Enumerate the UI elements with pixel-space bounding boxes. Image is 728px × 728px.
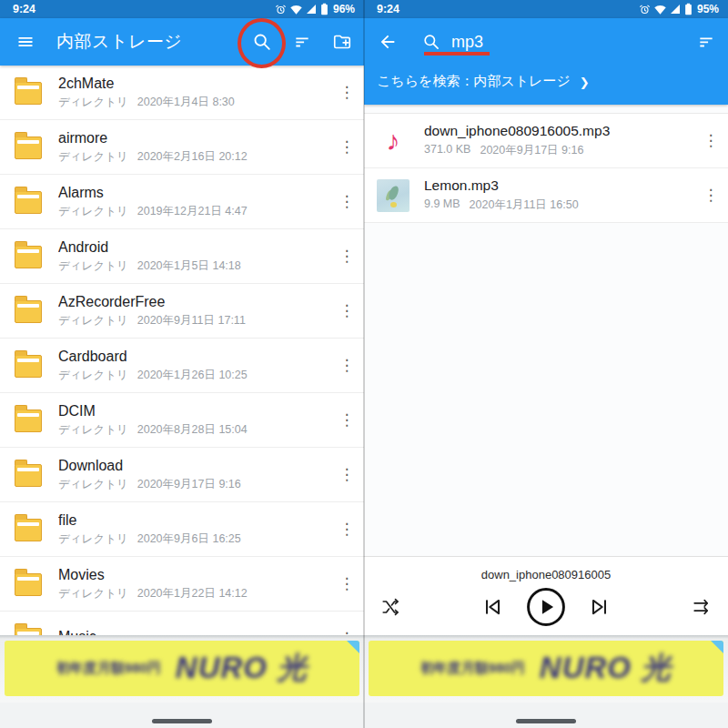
previous-button[interactable] (480, 595, 504, 619)
search-scope-label: こちらを検索：内部ストレージ (377, 73, 571, 90)
more-options-button[interactable]: ⋮ (339, 191, 355, 213)
status-bar: 9:24 96% (0, 0, 364, 18)
gesture-nav-bar (364, 703, 728, 728)
more-options-button[interactable]: ⋮ (339, 136, 355, 158)
file-row[interactable]: Download ディレクトリ2020年9月17日 9:16 ⋮ (0, 448, 364, 502)
more-options-button[interactable]: ⋮ (703, 185, 719, 207)
back-button[interactable] (377, 31, 399, 53)
result-row[interactable]: ♪ down_iphone080916005.mp3 371.0 KB2020年… (364, 113, 728, 167)
file-row[interactable]: file ディレクトリ2020年9月6日 16:25 ⋮ (0, 502, 364, 557)
folder-icon (15, 573, 42, 596)
more-options-button[interactable]: ⋮ (339, 464, 355, 486)
battery-icon (684, 3, 693, 15)
search-results-list: ♪ down_iphone080916005.mp3 371.0 KB2020年… (364, 105, 728, 223)
folder-icon (15, 410, 42, 432)
folder-icon (15, 300, 42, 323)
file-row[interactable]: DCIM ディレクトリ2020年8月28日 15:04 ⋮ (0, 393, 364, 448)
file-row[interactable]: airmore ディレクトリ2020年2月16日 20:12 ⋮ (0, 120, 364, 175)
more-options-button[interactable]: ⋮ (339, 300, 355, 322)
ad-brand-text: NURO 光 (176, 648, 308, 689)
file-meta: ディレクトリ2020年1月26日 10:25 (58, 368, 339, 383)
mini-player: down_iphone080916005 (364, 556, 728, 635)
annotation-underline (424, 52, 490, 56)
more-options-button[interactable]: ⋮ (339, 573, 355, 595)
ad-brand-text: NURO 光 (540, 648, 672, 689)
more-options-button[interactable]: ⋮ (339, 355, 355, 377)
ad-price-text: 初年度月額980円 (56, 660, 161, 677)
folder-icon (15, 464, 42, 487)
file-meta: 9.9 MB2020年1月11日 16:50 (424, 197, 703, 213)
clock: 9:24 (13, 3, 35, 15)
file-meta: ディレクトリ2020年8月28日 15:04 (58, 422, 339, 438)
folder-icon (15, 136, 42, 159)
file-name: airmore (58, 129, 339, 147)
file-row[interactable]: Cardboard ディレクトリ2020年1月26日 10:25 ⋮ (0, 339, 364, 393)
home-handle[interactable] (516, 719, 576, 723)
search-scope-bar[interactable]: こちらを検索：内部ストレージ ❯ (364, 66, 728, 105)
file-row[interactable]: AzRecorderFree ディレクトリ2020年9月11日 17:11 ⋮ (0, 284, 364, 339)
file-meta: ディレクトリ2020年1月5日 14:18 (58, 258, 339, 274)
file-name: Android (58, 238, 339, 256)
folder-icon (15, 519, 42, 541)
folder-icon (15, 82, 42, 105)
repeat-order-button[interactable] (692, 597, 712, 617)
wifi-icon (654, 4, 666, 15)
battery-icon (320, 3, 329, 15)
next-button[interactable] (588, 595, 612, 619)
folder-icon (15, 355, 42, 378)
file-name: AzRecorderFree (58, 293, 339, 310)
folder-icon (15, 191, 42, 214)
search-input[interactable]: mp3 (451, 33, 483, 52)
sort-button[interactable] (291, 31, 313, 53)
result-row[interactable]: Lemon.mp3 9.9 MB2020年1月11日 16:50 ⋮ (364, 167, 728, 222)
sort-button[interactable] (695, 31, 717, 53)
file-name: Movies (58, 566, 339, 583)
signal-icon (670, 4, 681, 15)
file-meta: ディレクトリ2020年9月6日 16:25 (58, 531, 339, 547)
more-options-button[interactable]: ⋮ (339, 519, 355, 541)
file-name: Cardboard (58, 348, 339, 365)
adchoices-icon[interactable] (347, 641, 359, 653)
wifi-icon (290, 4, 302, 15)
file-name: Alarms (58, 184, 339, 201)
gesture-nav-bar (0, 703, 364, 728)
album-art-icon (377, 179, 410, 212)
search-header: mp3 こちらを検索：内部ストレージ ❯ (364, 18, 728, 105)
file-meta: ディレクトリ2020年1月22日 14:12 (58, 586, 339, 602)
file-row[interactable]: 2chMate ディレクトリ2020年1月4日 8:30 ⋮ (0, 66, 364, 120)
search-app-bar: mp3 (364, 18, 728, 66)
ad-banner[interactable]: 初年度月額980円 NURO 光 (364, 635, 728, 703)
file-list: 2chMate ディレクトリ2020年1月4日 8:30 ⋮ airmore デ… (0, 66, 364, 666)
screenshot: 9:24 96% 内部ストレージ (0, 0, 728, 728)
ad-creative[interactable]: 初年度月額980円 NURO 光 (5, 641, 359, 696)
battery-percent: 96% (333, 3, 355, 15)
menu-button[interactable] (15, 31, 36, 53)
folder-icon (15, 246, 42, 268)
ad-creative[interactable]: 初年度月額980円 NURO 光 (369, 641, 723, 696)
file-name: file (58, 511, 339, 529)
more-options-button[interactable]: ⋮ (703, 130, 719, 152)
file-manager-screen: 9:24 96% 内部ストレージ (0, 0, 364, 728)
file-name: down_iphone080916005.mp3 (424, 123, 703, 140)
file-row[interactable]: Android ディレクトリ2020年1月5日 14:18 ⋮ (0, 229, 364, 284)
alarm-icon (275, 4, 287, 15)
app-bar: 内部ストレージ (0, 18, 364, 66)
home-handle[interactable] (152, 719, 212, 723)
new-folder-button[interactable] (331, 31, 353, 53)
file-meta: ディレクトリ2020年1月4日 8:30 (58, 95, 339, 110)
shuffle-button[interactable] (380, 597, 400, 617)
more-options-button[interactable]: ⋮ (339, 246, 355, 268)
file-meta: ディレクトリ2019年12月21日 4:47 (58, 204, 339, 219)
more-options-button[interactable]: ⋮ (339, 82, 355, 104)
more-options-button[interactable]: ⋮ (339, 410, 355, 431)
ad-banner[interactable]: 初年度月額980円 NURO 光 (0, 635, 364, 703)
file-row[interactable]: Movies ディレクトリ2020年1月22日 14:12 ⋮ (0, 557, 364, 612)
play-button[interactable] (526, 587, 566, 627)
clock: 9:24 (377, 3, 399, 15)
file-name: Lemon.mp3 (424, 177, 703, 195)
chevron-right-icon: ❯ (580, 76, 590, 89)
file-row[interactable]: Alarms ディレクトリ2019年12月21日 4:47 ⋮ (0, 175, 364, 229)
adchoices-icon[interactable] (711, 641, 723, 653)
alarm-icon (639, 4, 651, 15)
file-meta: ディレクトリ2020年9月17日 9:16 (58, 477, 339, 492)
